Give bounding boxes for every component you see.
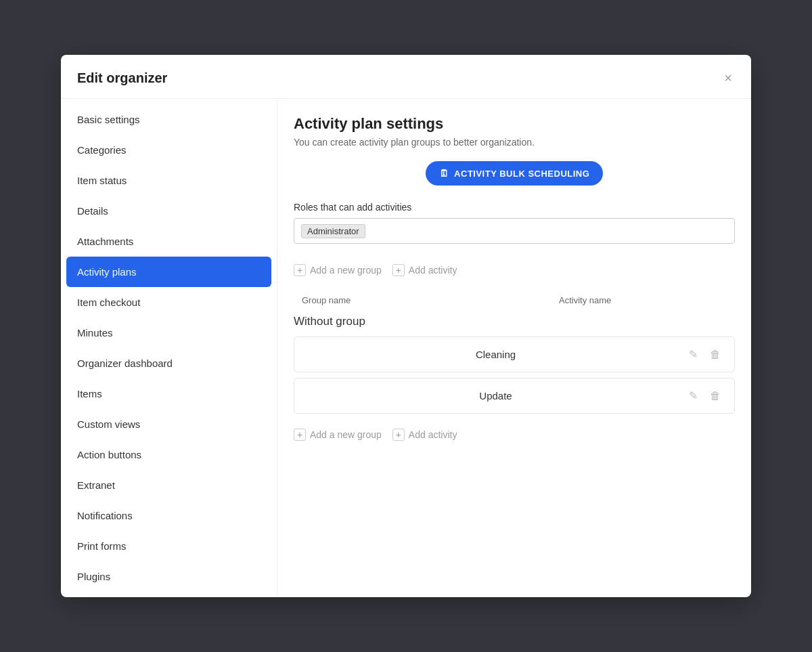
edit-button-1[interactable]: ✎: [686, 388, 700, 404]
section-title: Activity plan settings: [294, 115, 735, 133]
activity-row: Cleaning✎🗑: [294, 336, 735, 372]
sidebar-item-basic-settings[interactable]: Basic settings: [61, 104, 277, 135]
top-add-row: + Add a new group + Add activity: [294, 260, 735, 280]
activity-actions-0: ✎🗑: [686, 347, 723, 362]
activity-name-1: Update: [305, 390, 686, 401]
edit-button-0[interactable]: ✎: [686, 347, 700, 362]
plus-icon-activity: +: [392, 264, 405, 276]
add-activity-label-bottom: Add activity: [409, 429, 457, 440]
sidebar-item-item-checkout[interactable]: Item checkout: [61, 287, 277, 318]
plus-icon-group: +: [294, 264, 306, 276]
plus-icon-activity-bottom: +: [392, 429, 405, 441]
bulk-scheduling-button[interactable]: 🗓 ACTIVITY BULK SCHEDULING: [426, 161, 604, 186]
sidebar-item-items[interactable]: Items: [61, 378, 277, 409]
sidebar-item-details[interactable]: Details: [61, 196, 277, 226]
sidebar-item-action-buttons[interactable]: Action buttons: [61, 439, 277, 470]
add-new-group-bottom[interactable]: + Add a new group: [294, 425, 382, 445]
bottom-add-row: + Add a new group + Add activity: [294, 425, 735, 445]
bulk-button-label: ACTIVITY BULK SCHEDULING: [454, 169, 589, 179]
modal: Edit organizer × Basic settingsCategorie…: [61, 55, 751, 597]
sidebar-item-minutes[interactable]: Minutes: [61, 318, 277, 348]
roles-input-area[interactable]: Administrator: [294, 218, 735, 244]
add-activity-bottom[interactable]: + Add activity: [392, 425, 457, 445]
table-header: Group name Activity name: [294, 291, 735, 309]
sidebar-item-extranet[interactable]: Extranet: [61, 470, 277, 500]
sidebar-item-organizer-dashboard[interactable]: Organizer dashboard: [61, 348, 277, 378]
section-description: You can create activity plan groups to b…: [294, 137, 735, 148]
sidebar-item-attachments[interactable]: Attachments: [61, 226, 277, 257]
roles-label: Roles that can add activities: [294, 202, 735, 213]
delete-button-0[interactable]: 🗑: [707, 347, 723, 362]
sidebar-item-categories[interactable]: Categories: [61, 135, 277, 165]
sidebar-item-plugins[interactable]: Plugins: [61, 561, 277, 592]
sidebar-item-print-forms[interactable]: Print forms: [61, 531, 277, 561]
sidebar-item-item-status[interactable]: Item status: [61, 165, 277, 196]
sidebar-item-notifications[interactable]: Notifications: [61, 500, 277, 531]
close-button[interactable]: ×: [721, 68, 735, 87]
role-badge-administrator: Administrator: [301, 224, 365, 238]
main-content: Activity plan settings You can create ac…: [277, 99, 751, 597]
without-group-label: Without group: [294, 312, 735, 331]
add-activity-label-top: Add activity: [409, 265, 457, 276]
add-group-label-bottom: Add a new group: [310, 429, 382, 440]
sidebar-item-custom-views[interactable]: Custom views: [61, 409, 277, 439]
add-group-label-top: Add a new group: [310, 265, 382, 276]
modal-overlay: Edit organizer × Basic settingsCategorie…: [0, 0, 812, 652]
activities-container: Cleaning✎🗑Update✎🗑: [294, 336, 735, 414]
modal-title: Edit organizer: [77, 70, 167, 86]
add-activity-top[interactable]: + Add activity: [392, 260, 457, 280]
activity-row: Update✎🗑: [294, 378, 735, 414]
modal-body: Basic settingsCategoriesItem statusDetai…: [61, 99, 751, 597]
modal-header: Edit organizer ×: [61, 55, 751, 99]
sidebar: Basic settingsCategoriesItem statusDetai…: [61, 99, 277, 597]
calendar-icon: 🗓: [439, 168, 449, 179]
activity-name-header: Activity name: [443, 295, 727, 305]
group-name-header: Group name: [302, 295, 443, 305]
activity-name-0: Cleaning: [305, 349, 686, 360]
plus-icon-group-bottom: +: [294, 429, 306, 441]
delete-button-1[interactable]: 🗑: [707, 389, 723, 404]
activity-actions-1: ✎🗑: [686, 388, 723, 404]
add-new-group-top[interactable]: + Add a new group: [294, 260, 382, 280]
sidebar-item-activity-plans[interactable]: Activity plans: [66, 257, 271, 287]
